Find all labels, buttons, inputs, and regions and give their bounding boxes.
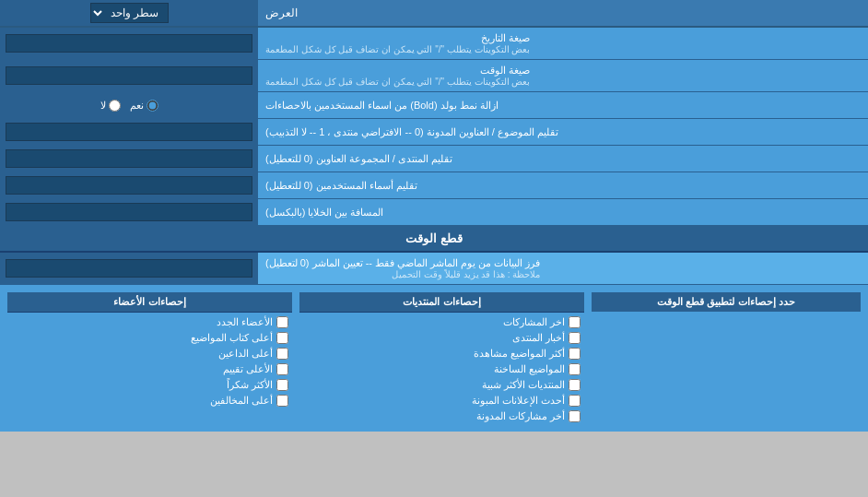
time-format-input[interactable]: H:i bbox=[6, 66, 252, 85]
forum-order-input-wrap: 33 bbox=[0, 146, 258, 172]
checkbox-blog-posts[interactable] bbox=[569, 410, 581, 422]
display-dropdown[interactable]: سطر واحد سطرين ثلاثة أسطر bbox=[90, 3, 169, 23]
bold-radio-yes[interactable] bbox=[147, 100, 158, 112]
bold-radio-yes-label[interactable]: نعم bbox=[130, 100, 158, 112]
time-format-input-wrap: H:i bbox=[0, 60, 258, 91]
checkbox-top-writers[interactable] bbox=[276, 332, 288, 344]
date-format-input-wrap: d-m bbox=[0, 28, 258, 59]
bold-radio-no-label[interactable]: لا bbox=[100, 100, 121, 112]
stats-section: حدد إحصاءات لتطبيق قطع الوقت إحصاءات الم… bbox=[0, 285, 868, 432]
topics-order-label: تقليم الموضوع / العناوين المدونة (0 -- ا… bbox=[258, 119, 868, 145]
checkbox-most-similar[interactable] bbox=[569, 379, 581, 391]
list-item: أخبار المنتدى bbox=[299, 330, 584, 346]
list-item: المنتديات الأكثر شبية bbox=[299, 377, 584, 393]
gap-input-wrap: 2 bbox=[0, 199, 258, 225]
display-label: العرض bbox=[258, 0, 868, 26]
list-item: الأعلى تقييم bbox=[7, 361, 292, 377]
date-format-row: صيغة التاريخ بعض التكوينات يتطلب "/" الت… bbox=[0, 28, 868, 60]
cut-time-input-wrap: 0 bbox=[0, 253, 258, 284]
list-item: أكثر المواضيع مشاهدة bbox=[299, 346, 584, 361]
stats-members-col: إحصاءات الأعضاء الأعضاء الجدد أعلى كتاب … bbox=[4, 289, 296, 428]
display-row: العرض سطر واحد سطرين ثلاثة أسطر bbox=[0, 0, 868, 28]
bold-remove-row: ازالة نمط بولد (Bold) من اسماء المستخدمي… bbox=[0, 92, 868, 119]
main-container: العرض سطر واحد سطرين ثلاثة أسطر صيغة الت… bbox=[0, 0, 868, 432]
users-order-row: تقليم أسماء المستخدمين (0 للتعطيل) 0 bbox=[0, 172, 868, 199]
forum-order-row: تقليم المنتدى / المجموعة العناوين (0 للت… bbox=[0, 146, 868, 172]
list-item: أعلى كتاب المواضيع bbox=[7, 330, 292, 346]
topics-order-input[interactable]: 33 bbox=[6, 123, 252, 141]
date-format-input[interactable]: d-m bbox=[6, 34, 252, 53]
stats-members-header: إحصاءات الأعضاء bbox=[7, 292, 292, 313]
list-item: أعلى الداعين bbox=[7, 346, 292, 361]
list-item: الأكثر شكراً bbox=[7, 377, 292, 393]
checkbox-most-thanked[interactable] bbox=[276, 379, 288, 391]
display-input: سطر واحد سطرين ثلاثة أسطر bbox=[0, 0, 258, 26]
checkbox-highest-rated[interactable] bbox=[276, 363, 288, 375]
time-format-label: صيغة الوقت بعض التكوينات يتطلب "/" التي … bbox=[258, 60, 868, 91]
checkbox-hot-topics[interactable] bbox=[569, 363, 581, 375]
list-item: المواضيع الساخنة bbox=[299, 361, 584, 377]
time-format-row: صيغة الوقت بعض التكوينات يتطلب "/" التي … bbox=[0, 60, 868, 92]
checkbox-most-viewed[interactable] bbox=[569, 348, 581, 360]
checkbox-latest-announcements[interactable] bbox=[569, 395, 581, 407]
users-order-input[interactable]: 0 bbox=[6, 176, 252, 195]
list-item: أعلى المخالفين bbox=[7, 393, 292, 408]
bold-remove-label: ازالة نمط بولد (Bold) من اسماء المستخدمي… bbox=[258, 92, 868, 118]
list-item: الأعضاء الجدد bbox=[7, 314, 292, 330]
stats-grid: حدد إحصاءات لتطبيق قطع الوقت إحصاءات الم… bbox=[4, 289, 864, 428]
stats-right-header: حدد إحصاءات لتطبيق قطع الوقت bbox=[592, 292, 861, 312]
bold-radio-no[interactable] bbox=[109, 100, 121, 112]
stats-forums-header: إحصاءات المنتديات bbox=[299, 292, 584, 313]
bold-radio-group: نعم لا bbox=[100, 100, 158, 112]
users-order-input-wrap: 0 bbox=[0, 172, 258, 198]
checkbox-top-violators[interactable] bbox=[276, 395, 288, 407]
gap-input[interactable]: 2 bbox=[6, 203, 252, 221]
checkbox-last-posts[interactable] bbox=[569, 316, 581, 328]
cut-time-input[interactable]: 0 bbox=[6, 259, 252, 278]
stats-right-col: حدد إحصاءات لتطبيق قطع الوقت bbox=[588, 289, 864, 428]
cut-time-row: فرز البيانات من يوم الماشر الماضي فقط --… bbox=[0, 253, 868, 285]
gap-row: المسافة بين الخلايا (بالبكسل) 2 bbox=[0, 199, 868, 226]
list-item: أخر مشاركات المدونة bbox=[299, 408, 584, 424]
topics-order-input-wrap: 33 bbox=[0, 119, 258, 145]
stats-forums-col: إحصاءات المنتديات اخر المشاركات أخبار ال… bbox=[296, 289, 588, 428]
topics-order-row: تقليم الموضوع / العناوين المدونة (0 -- ا… bbox=[0, 119, 868, 146]
date-format-label: صيغة التاريخ بعض التكوينات يتطلب "/" الت… bbox=[258, 28, 868, 59]
checkbox-new-members[interactable] bbox=[276, 316, 288, 328]
bold-remove-input-wrap: نعم لا bbox=[0, 92, 258, 118]
cut-time-label: فرز البيانات من يوم الماشر الماضي فقط --… bbox=[258, 253, 868, 284]
forum-order-label: تقليم المنتدى / المجموعة العناوين (0 للت… bbox=[258, 146, 868, 172]
list-item: أحدث الإعلانات المبونة bbox=[299, 393, 584, 408]
checkbox-top-inviters[interactable] bbox=[276, 348, 288, 360]
list-item: اخر المشاركات bbox=[299, 314, 584, 330]
checkbox-forum-news[interactable] bbox=[569, 332, 581, 344]
gap-label: المسافة بين الخلايا (بالبكسل) bbox=[258, 199, 868, 225]
cut-time-header: قطع الوقت bbox=[0, 226, 868, 253]
forum-order-input[interactable]: 33 bbox=[6, 149, 252, 168]
users-order-label: تقليم أسماء المستخدمين (0 للتعطيل) bbox=[258, 172, 868, 198]
